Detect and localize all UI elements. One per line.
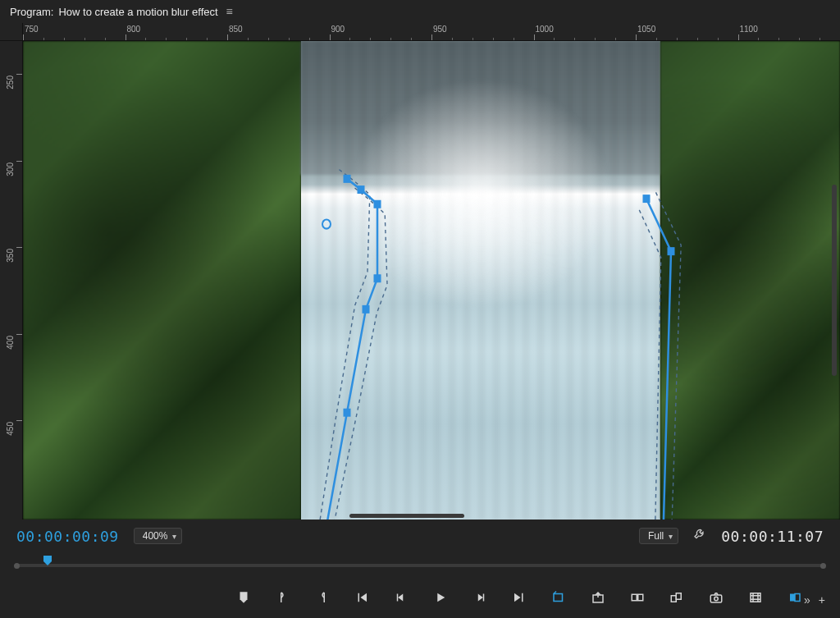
go-to-out-button[interactable] — [509, 587, 530, 608]
program-viewport[interactable] — [23, 41, 840, 520]
step-forward-button[interactable] — [469, 587, 491, 608]
comparison-view-button[interactable] — [784, 587, 806, 608]
mark-out-close-button[interactable] — [312, 587, 333, 608]
chevron-down-icon: ▾ — [669, 532, 673, 541]
settings-icon[interactable] — [693, 528, 706, 544]
program-title: How to create a motion blur effect — [58, 6, 217, 18]
viewport-horizontal-scrollbar[interactable] — [349, 514, 463, 518]
mini-timeline[interactable] — [0, 552, 840, 577]
zoom-select[interactable]: 400% ▾ — [134, 528, 183, 544]
mini-timeline-start-handle[interactable] — [14, 563, 20, 569]
overwrite-button[interactable] — [666, 587, 687, 608]
mark-out-open-button[interactable] — [272, 587, 294, 608]
mini-timeline-track[interactable] — [16, 564, 824, 567]
zoom-value: 400% — [143, 530, 168, 542]
resolution-value: Full — [648, 530, 664, 542]
camera-button[interactable] — [705, 587, 727, 608]
panel-menu-icon[interactable]: ≡ — [226, 5, 233, 18]
svg-rect-5 — [676, 593, 681, 600]
mini-timeline-end-handle[interactable] — [820, 563, 826, 569]
playhead[interactable] — [43, 556, 52, 567]
image-region-right — [660, 41, 840, 520]
filmstrip-button[interactable] — [745, 587, 766, 608]
add-button-icon[interactable]: + — [819, 593, 825, 607]
insert-button[interactable] — [627, 587, 648, 608]
timecode-out: 00:00:11:07 — [721, 528, 824, 545]
viewport-vertical-scrollbar[interactable] — [832, 185, 837, 376]
svg-rect-0 — [554, 594, 563, 602]
export-frame-button[interactable] — [587, 587, 609, 608]
svg-rect-3 — [638, 594, 643, 601]
vertical-ruler[interactable]: 250300350400450 — [0, 41, 23, 520]
horizontal-ruler[interactable]: 7508008509009501000105011001150 — [23, 23, 840, 41]
title-bar: Program: How to create a motion blur eff… — [0, 0, 840, 23]
ruler-corner — [0, 23, 23, 41]
svg-rect-6 — [710, 595, 722, 602]
go-to-in-button[interactable] — [351, 587, 372, 608]
svg-rect-9 — [790, 594, 795, 602]
svg-rect-10 — [795, 594, 800, 602]
image-region-waterfall — [301, 41, 660, 520]
viewport-area: 7508008509009501000105011001150 25030035… — [0, 23, 840, 520]
video-frame — [23, 41, 840, 520]
lift-button[interactable] — [548, 587, 569, 608]
image-region-left — [23, 41, 301, 520]
svg-rect-4 — [671, 596, 676, 602]
transport-toolbar: » + — [0, 577, 840, 618]
mark-in-button[interactable] — [233, 587, 254, 608]
svg-rect-8 — [751, 593, 760, 602]
button-overflow-icon[interactable]: » — [804, 593, 810, 607]
resolution-select[interactable]: Full ▾ — [639, 528, 678, 544]
svg-point-7 — [714, 597, 719, 601]
play-button[interactable] — [430, 587, 451, 608]
timecode-in[interactable]: 00:00:00:09 — [16, 528, 119, 545]
program-prefix: Program: — [10, 6, 53, 18]
step-back-button[interactable] — [390, 587, 412, 608]
svg-rect-2 — [632, 594, 637, 601]
chevron-down-icon: ▾ — [172, 532, 176, 541]
status-bar: 00:00:00:09 400% ▾ Full ▾ 00:00:11:07 — [0, 520, 840, 552]
